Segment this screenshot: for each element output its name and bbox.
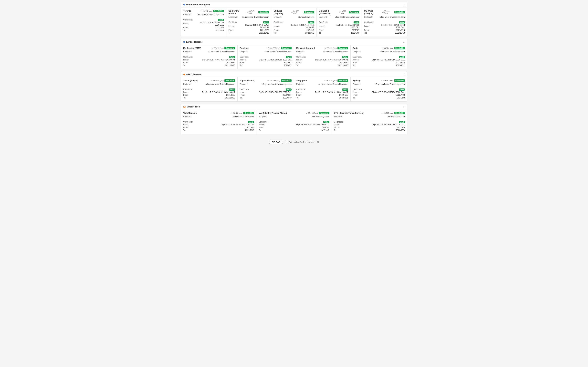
certificate-valid-badge: Valid	[263, 21, 269, 24]
issuer-label: Issuer:	[334, 124, 346, 126]
issuer-row: Issuer:DigiCert TLS RSA SHA256 2020 CA1	[296, 59, 348, 61]
certificate-label: Certificate:	[296, 88, 309, 91]
latency-display: ⇌29.426 (ms)	[231, 112, 242, 114]
endpoint-row: Endpoint:s3.eu-central-1.wasabisys.com	[183, 51, 235, 53]
from-label: From:	[183, 94, 196, 96]
certificate-row: Certificate:Valid	[364, 21, 405, 24]
to-row: To:2022/10/8	[183, 129, 254, 131]
to-label: To:	[353, 64, 365, 67]
endpoint-row: Endpoint:console.wasabisys.com	[183, 116, 254, 118]
to-label: To:	[364, 32, 376, 34]
from-value: 2021/9/26	[241, 29, 269, 31]
latency-value: 100.809 (ms)	[269, 47, 280, 49]
card-meta: ⇌86.949 (ms)Reachable	[382, 10, 405, 14]
certificate-label: Certificate:	[319, 21, 331, 24]
latency-icon: ⇌	[381, 79, 382, 82]
to-value: 2022/10/8	[271, 129, 329, 131]
to-label: To:	[183, 97, 196, 99]
to-row: To:2023/3/3	[183, 29, 224, 32]
issuer-label: Issuer:	[353, 91, 365, 93]
latency-icon: ⇌	[268, 47, 269, 49]
endpoint-label: Endpoint:	[319, 16, 331, 18]
latency-value: 24.072 (ms)	[293, 10, 303, 14]
latency-value: 229.142 (ms)	[383, 80, 393, 82]
latency-display: ⇌88.815 (ms)	[212, 47, 224, 49]
latency-value: 186.967 (ms)	[269, 80, 280, 82]
from-row: From:2021/9/6	[334, 126, 405, 129]
latency-icon: ⇌	[212, 47, 213, 49]
endpoint-label: Endpoint:	[183, 83, 196, 85]
to-label: To:	[229, 32, 241, 34]
from-value: 2021/9/16	[376, 29, 405, 31]
latency-value: 29.426 (ms)	[233, 112, 242, 114]
section-header-apac[interactable]: APAC Regions∧	[181, 71, 407, 77]
endpoint-row: Endpoint:s3.eu-west-1.wasabisys.com	[296, 51, 348, 53]
endpoint-value: s3.us-east-2.wasabisys.com	[331, 16, 359, 18]
issuer-row: Issuer:DigiCert TLS RSA SHA256 2020 CA1	[183, 59, 235, 61]
latency-icon: ⇌	[382, 112, 383, 114]
to-label: To:	[183, 129, 196, 131]
section-header-wasabi-tools[interactable]: 🅦Wasabi Tools∧	[181, 104, 407, 110]
card-title: STS (Security Token Service)	[334, 112, 363, 114]
issuer-row: Issuer:DigiCert TLS RSA SHA256 2020 CA1	[183, 91, 235, 93]
from-value: 2021/9/6	[271, 126, 329, 129]
section-header-north-america[interactable]: North America Regions∧	[181, 2, 407, 8]
issuer-value: DigiCert TLS RSA SHA256 2020 CA1	[271, 124, 329, 126]
service-card: Japan (Osaka)⇌186.967 (ms)ReachableEndpo…	[238, 77, 294, 101]
to-row: To:2023/5/3	[353, 97, 405, 99]
endpoint-row: Endpoint:s3.ap-northeast-2.wasabisys.com	[240, 83, 292, 85]
to-value: 2023/3/3	[196, 29, 224, 32]
endpoint-value: s3.us-central-1.wasabisys.com	[241, 16, 269, 18]
from-label: From:	[353, 61, 365, 64]
card-meta: ⇌186.967 (ms)Reachable	[268, 79, 292, 82]
from-label: From:	[334, 126, 346, 129]
issuer-row: Issuer:DigiCert TLS RSA SHA256 2020 CA1	[183, 21, 224, 26]
from-value: 2021/9/6	[346, 126, 405, 129]
from-row: From:2022/4/28	[353, 94, 405, 96]
latency-value: 88.815 (ms)	[214, 47, 224, 49]
latency-value: 28.168 (ms)	[384, 112, 393, 114]
certificate-row: Certificate:Valid	[240, 56, 292, 58]
endpoint-label: Endpoint:	[296, 83, 309, 85]
latency-display: ⇌28.168 (ms)	[382, 112, 393, 114]
from-value: 2021/9/16	[309, 61, 348, 64]
issuer-value: DigiCert TLS RSA SHA256 2020 CA1	[252, 59, 292, 61]
collapse-chevron-icon[interactable]: ∧	[403, 106, 405, 108]
certificate-label: Certificate:	[353, 56, 365, 58]
service-card: Frankfurt⇌100.809 (ms)ReachableEndpoint:…	[238, 45, 294, 69]
settings-gear-icon[interactable]: ⚙	[317, 141, 319, 144]
endpoint-value: s3.eu-west-2.wasabisys.com	[365, 51, 405, 53]
endpoint-label: Endpoint:	[259, 116, 271, 118]
from-row: From:2021/9/26	[229, 29, 269, 31]
collapse-chevron-icon[interactable]: ∧	[403, 4, 405, 6]
card-meta: ⇌29.426 (ms)Reachable	[231, 112, 254, 114]
reload-button[interactable]: RELOAD	[269, 140, 283, 144]
endpoint-label: Endpoint:	[353, 51, 365, 53]
section-title: North America Regions	[186, 3, 210, 6]
card-title: US West (Oregon)	[364, 10, 382, 15]
issuer-value: DigiCert TLS RSA SHA256 2020 CA1	[252, 91, 292, 93]
to-value: 2023/5/3	[365, 97, 405, 99]
main-page: North America Regions∧Toronto⇌41.442 (ms…	[179, 0, 409, 138]
to-value: 2022/10/18	[309, 64, 348, 67]
certificate-row: Certificate:Valid	[319, 21, 359, 24]
certificate-row: Certificate:Valid	[183, 121, 254, 123]
issuer-value: DigiCert TLS RSA SHA256 2020 CA1	[365, 91, 405, 93]
issuer-label: Issuer:	[296, 59, 309, 61]
status-badge: Reachable	[319, 112, 329, 114]
issuer-label: Issuer:	[183, 23, 196, 25]
collapse-chevron-icon[interactable]: ∧	[403, 41, 405, 43]
auto-refresh-checkbox[interactable]	[286, 141, 288, 143]
certificate-valid-badge: Valid	[342, 56, 348, 58]
to-value: 2022/10/8	[286, 32, 314, 34]
card-meta: ⇌260.546 (ms)Reachable	[324, 79, 348, 82]
endpoint-label: Endpoint:	[240, 51, 252, 53]
from-row: From:2022/4/25	[296, 94, 348, 96]
section-header-left: 🅦Wasabi Tools	[183, 106, 200, 108]
section-title: Wasabi Tools	[187, 106, 200, 108]
collapse-chevron-icon[interactable]: ∧	[403, 73, 405, 75]
section-header-europe[interactable]: Europe Regions∧	[181, 39, 407, 45]
endpoint-row: Endpoint:sts.wasabisys.com	[334, 116, 405, 118]
status-badge: Reachable	[394, 47, 405, 49]
card-title-row: Singapore⇌260.546 (ms)Reachable	[296, 79, 348, 82]
